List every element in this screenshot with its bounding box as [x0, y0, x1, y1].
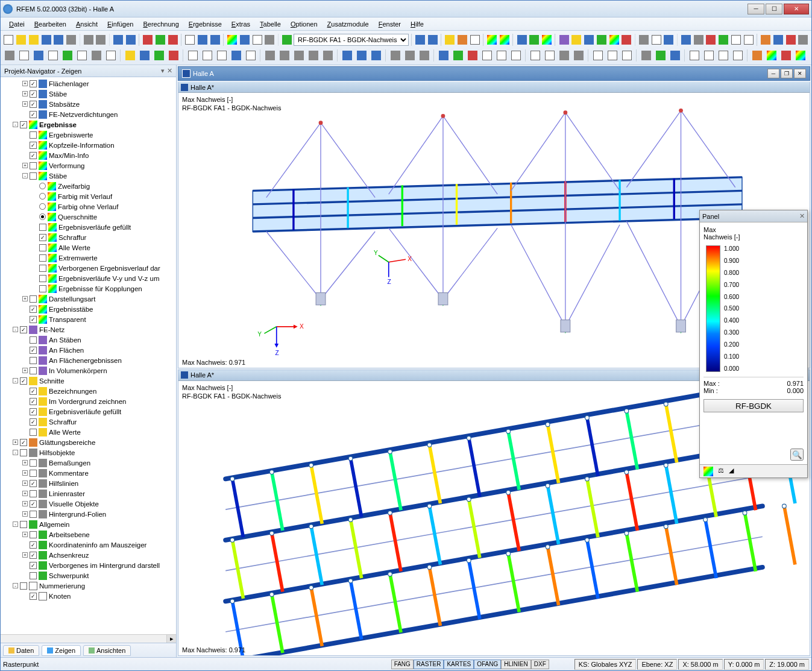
tb2-btn-3[interactable]	[46, 49, 60, 62]
tree-checkbox[interactable]	[30, 162, 37, 169]
tb2-btn-54[interactable]	[688, 49, 701, 62]
tree-item-49[interactable]: -Nummerierung	[1, 581, 176, 591]
status-toggle-kartes[interactable]: KARTES	[444, 660, 474, 669]
nav-tab-ansichten[interactable]: Ansichten	[83, 645, 131, 656]
status-toggle-raster[interactable]: RASTER	[414, 660, 444, 669]
tb2-btn-23[interactable]	[307, 49, 320, 62]
tb2-btn-55[interactable]	[702, 49, 716, 62]
tree-expander[interactable]: +	[22, 532, 28, 537]
tree-expander[interactable]: -	[13, 122, 18, 127]
tree-expander[interactable]: +	[22, 163, 28, 168]
tree-item-38[interactable]: +Kommentare	[1, 468, 176, 478]
tree-checkbox[interactable]: ✓	[30, 316, 37, 323]
tree-item-18[interactable]: Verborgenen Ergebnisverlauf dar	[1, 263, 176, 273]
tb2-btn-18[interactable]	[244, 49, 257, 62]
tb2-btn-24[interactable]	[321, 49, 335, 62]
tb1-btn-17[interactable]	[184, 33, 196, 46]
tb2-btn-57[interactable]	[731, 49, 744, 62]
tb2-btn-4[interactable]	[61, 49, 74, 62]
tree-item-41[interactable]: +✓Visuelle Objekte	[1, 499, 176, 509]
tree-checkbox[interactable]: ✓	[30, 347, 37, 354]
tree-checkbox[interactable]	[30, 295, 37, 303]
tb2-btn-22[interactable]	[292, 49, 306, 62]
status-toggle-dxf[interactable]: DXF	[531, 660, 549, 669]
tb1b-btn-29[interactable]	[718, 33, 729, 46]
tree-item-13[interactable]: Querschnitte	[1, 212, 176, 222]
tb2-btn-48[interactable]	[620, 49, 634, 62]
tb1b-btn-34[interactable]	[772, 33, 784, 46]
navigator-pin-icon[interactable]: ▾	[161, 67, 165, 75]
tree-checkbox[interactable]: ✓	[30, 388, 37, 395]
tree-expander[interactable]: +	[22, 460, 28, 465]
tree-checkbox[interactable]	[30, 459, 37, 467]
tree-checkbox[interactable]: ✓	[30, 593, 37, 600]
menu-extras[interactable]: Extras	[227, 19, 255, 30]
tree-expander[interactable]: -	[13, 521, 18, 527]
maximize-button[interactable]: ☐	[766, 4, 782, 14]
tree-expander[interactable]: -	[13, 378, 18, 383]
tree-checkbox[interactable]	[39, 224, 46, 231]
scroll-right-icon[interactable]: ▸	[166, 635, 176, 643]
tree-checkbox[interactable]	[30, 572, 37, 579]
tree-item-6[interactable]: ✓Kopfzeile-Information	[1, 140, 176, 150]
tree-checkbox[interactable]: ✓	[20, 377, 27, 385]
tree-checkbox[interactable]: ✓	[30, 152, 37, 159]
panel-tab-scale-icon[interactable]: ⚖	[718, 467, 724, 476]
tree-item-36[interactable]: -Hilfsobjekte	[1, 447, 176, 458]
tb2-btn-43[interactable]	[558, 49, 571, 62]
tree-item-23[interactable]: ✓Transparent	[1, 314, 176, 324]
tb1-btn-8[interactable]	[95, 33, 107, 46]
tree-expander[interactable]: -	[13, 450, 18, 455]
menu-einfügen[interactable]: Einfügen	[102, 19, 138, 30]
nav-tab-daten[interactable]: Daten	[3, 645, 39, 656]
tb2-btn-38[interactable]	[495, 49, 508, 62]
tree-checkbox[interactable]	[20, 521, 27, 528]
panel-tab-colors-icon[interactable]	[703, 467, 713, 476]
mdi-minimize-button[interactable]: ─	[767, 69, 779, 78]
tree-item-45[interactable]: ✓Koordinateninfo am Mauszeiger	[1, 540, 176, 550]
tree-item-19[interactable]: Ergebnisverläufe V-y und V-z um	[1, 273, 176, 283]
tree-expander[interactable]: +	[22, 480, 28, 486]
tb1-btn-21[interactable]	[227, 33, 238, 46]
tree-radio[interactable]	[39, 203, 46, 210]
tree-radio[interactable]	[39, 213, 46, 220]
tb2-btn-2[interactable]	[32, 49, 45, 62]
tb2-btn-50[interactable]	[640, 49, 653, 62]
tb1-btn-5[interactable]	[66, 33, 77, 46]
menu-hilfe[interactable]: Hilfe	[406, 19, 429, 30]
tb2-btn-39[interactable]	[509, 49, 523, 62]
tb2-btn-16[interactable]	[215, 49, 228, 62]
tree-item-10[interactable]: Zweifarbig	[1, 181, 176, 191]
tree-checkbox[interactable]: ✓	[20, 326, 27, 333]
tb2-btn-15[interactable]	[201, 49, 214, 62]
tree-checkbox[interactable]: ✓	[30, 541, 37, 549]
tb2-btn-21[interactable]	[278, 49, 291, 62]
tree-item-27[interactable]: An Flächenergebnissen	[1, 355, 176, 365]
tb1b-btn-28[interactable]	[705, 33, 717, 46]
tb2-btn-12[interactable]	[167, 49, 180, 62]
tree-expander[interactable]: +	[22, 91, 28, 96]
tb2-btn-30[interactable]	[389, 49, 402, 62]
tb1b-btn-13[interactable]	[541, 33, 553, 46]
tree-checkbox[interactable]: ✓	[30, 90, 37, 98]
tb1b-btn-27[interactable]	[693, 33, 704, 46]
nav-tab-zeigen[interactable]: Zeigen	[42, 645, 81, 656]
tb1b-btn-15[interactable]	[558, 33, 570, 46]
menu-tabelle[interactable]: Tabelle	[255, 19, 286, 30]
tb1-btn-14[interactable]	[154, 33, 166, 46]
tree-item-11[interactable]: Farbig mit Verlauf	[1, 191, 176, 201]
tree-checkbox[interactable]: ✓	[20, 121, 27, 128]
tree-expander[interactable]: +	[22, 470, 28, 476]
tb1b-btn-35[interactable]	[785, 33, 796, 46]
tree-radio[interactable]	[39, 183, 46, 189]
tb1b-btn-16[interactable]	[571, 33, 582, 46]
tree-expander[interactable]: -	[22, 173, 28, 178]
tree-checkbox[interactable]	[30, 511, 37, 518]
tree-checkbox[interactable]	[30, 357, 37, 364]
tb1-btn-4[interactable]	[53, 33, 65, 46]
tb2-btn-1[interactable]	[17, 49, 31, 62]
tree-expander[interactable]: +	[22, 511, 28, 517]
tb2-btn-61[interactable]	[779, 49, 793, 62]
tree-item-7[interactable]: ✓Max/Min-Info	[1, 150, 176, 160]
tree-checkbox[interactable]: ✓	[30, 142, 37, 149]
